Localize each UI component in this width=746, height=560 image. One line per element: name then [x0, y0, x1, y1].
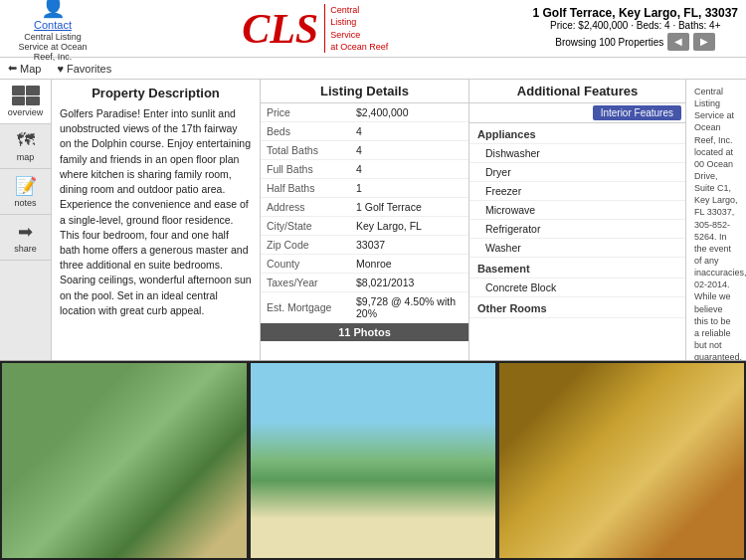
listing-label: Est. Mortgage [261, 292, 350, 323]
appliance-row: Refrigerator [469, 220, 685, 239]
listing-value: 4 [350, 122, 468, 141]
property-description-panel: Property Description Golfers Paradise! E… [52, 80, 261, 360]
sidebar-item-share[interactable]: ➡ share [0, 215, 51, 261]
listing-label: Zip Code [261, 236, 350, 255]
listing-table-row: Total Baths4 [261, 141, 468, 160]
listing-table-row: Zip Code33037 [261, 236, 468, 255]
additional-features-panel: Additional Features Interior Features Ap… [469, 80, 686, 360]
back-arrow-icon: ⬅ [8, 62, 17, 75]
prev-button[interactable]: ◀ [667, 33, 689, 51]
listing-table-row: Address1 Golf Terrace [261, 198, 468, 217]
browsing-info: Browsing 100 Properties ◀ ▶ [532, 33, 738, 51]
photo-3[interactable] [499, 363, 744, 558]
listing-label: Beds [261, 122, 350, 141]
sidebar-item-notes[interactable]: 📝 notes [0, 169, 51, 215]
listing-value: 4 [350, 160, 468, 179]
sidebar-notes-label: notes [14, 198, 36, 208]
listing-table-row: Taxes/Year$8,021/2013 [261, 274, 468, 292]
listing-value: $9,728 @ 4.50% with 20% [350, 292, 468, 323]
listing-value: Key Largo, FL [350, 217, 468, 236]
notes-icon: 📝 [15, 175, 37, 197]
cls-logo-area: CLS Central Listing Service at Ocean Ree… [97, 4, 532, 53]
features-table: AppliancesDishwasherDryerFreezerMicrowav… [469, 123, 685, 318]
sidebar-item-overview[interactable]: overview [0, 80, 51, 124]
appliance-item: Dryer [469, 163, 685, 182]
appliance-row: Dishwasher [469, 144, 685, 163]
cls-line3: Service [330, 29, 388, 41]
prop-desc-text: Golfers Paradise! Enter into sunlit and … [60, 106, 252, 318]
listing-value: $8,021/2013 [350, 274, 468, 292]
listing-label: Taxes/Year [261, 274, 350, 292]
basement-header-row: Basement [469, 258, 685, 279]
property-price-info: Price: $2,400,000 · Beds: 4 · Baths: 4+ [532, 20, 738, 31]
favorites-label: Favorites [67, 63, 111, 75]
listing-label: County [261, 255, 350, 274]
basement-row: Concrete Block [469, 279, 685, 297]
listing-value: 33037 [350, 236, 468, 255]
person-icon: 👤 [41, 0, 66, 19]
listing-value: 1 Golf Terrace [350, 198, 468, 217]
basement-item: Concrete Block [469, 279, 685, 297]
browsing-text: Browsing 100 Properties [555, 37, 663, 48]
appliance-row: Freezer [469, 182, 685, 201]
appliance-item: Freezer [469, 182, 685, 201]
appliance-row: Dryer [469, 163, 685, 182]
photos-section [0, 361, 746, 560]
map-icon: 🗺 [17, 130, 35, 151]
header-property-info: 1 Golf Terrace, Key Largo, FL, 33037 Pri… [532, 6, 738, 51]
appliance-item: Dishwasher [469, 144, 685, 163]
next-button[interactable]: ▶ [693, 33, 715, 51]
map-button[interactable]: ⬅ Map [8, 62, 41, 75]
listing-table-row: City/StateKey Largo, FL [261, 217, 468, 236]
appliances-header-row: Appliances [469, 123, 685, 144]
cls-logo-text: CLS [242, 5, 318, 53]
listing-value: 1 [350, 179, 468, 198]
sidebar-overview-label: overview [8, 107, 44, 117]
interior-features-tab[interactable]: Interior Features [593, 105, 681, 120]
contact-label[interactable]: Contact [34, 19, 72, 31]
cls-line1: Central [330, 4, 388, 16]
property-address: 1 Golf Terrace, Key Largo, FL, 33037 [532, 6, 738, 20]
listing-value: 4 [350, 141, 468, 160]
share-icon: ➡ [18, 221, 33, 243]
listing-label: City/State [261, 217, 350, 236]
cls-line2: Listing [330, 16, 388, 28]
disclaimer-text: Central Listing Service at Ocean Reef, I… [694, 86, 738, 360]
appliance-item: Refrigerator [469, 220, 685, 239]
listing-table-row: Est. Mortgage$9,728 @ 4.50% with 20% [261, 292, 468, 323]
sidebar: overview 🗺 map 📝 notes ➡ share [0, 80, 52, 360]
main-content: overview 🗺 map 📝 notes ➡ share Property … [0, 80, 746, 361]
sidebar-item-map[interactable]: 🗺 map [0, 124, 51, 169]
appliances-header: Appliances [469, 123, 685, 144]
other-rooms-header-row: Other Rooms [469, 297, 685, 318]
listing-label: Full Baths [261, 160, 350, 179]
company-name: Central Listing Service at Ocean Reef, I… [8, 32, 97, 62]
sidebar-share-label: share [14, 244, 37, 254]
prop-desc-title: Property Description [60, 86, 252, 100]
appliance-row: Washer [469, 239, 685, 258]
photo-2[interactable] [251, 363, 495, 558]
appliance-item: Washer [469, 239, 685, 258]
listing-table-row: Price$2,400,000 [261, 103, 468, 122]
listing-details-table: Price$2,400,000Beds4Total Baths4Full Bat… [261, 103, 468, 323]
header: 👤 Contact Central Listing Service at Oce… [0, 0, 746, 58]
grid-icon [12, 86, 40, 105]
header-contact: 👤 Contact Central Listing Service at Oce… [8, 0, 97, 62]
cls-tagline: Central Listing Service at Ocean Reef [324, 4, 388, 53]
photo-1[interactable] [2, 363, 247, 558]
other-rooms-header: Other Rooms [469, 297, 685, 318]
disclaimer-panel: Central Listing Service at Ocean Reef, I… [686, 80, 746, 360]
map-label: Map [20, 63, 41, 75]
sidebar-map-label: map [17, 152, 35, 162]
basement-header: Basement [469, 258, 685, 279]
listing-details-panel: Listing Details Price$2,400,000Beds4Tota… [261, 80, 469, 360]
listing-table-row: Beds4 [261, 122, 468, 141]
listing-label: Price [261, 103, 350, 122]
listing-label: Half Baths [261, 179, 350, 198]
photos-bar[interactable]: 11 Photos [261, 323, 468, 341]
listing-table-row: Half Baths1 [261, 179, 468, 198]
listing-label: Address [261, 198, 350, 217]
favorites-button[interactable]: ♥ Favorites [57, 63, 111, 75]
listing-table-row: CountyMonroe [261, 255, 468, 274]
listing-value: Monroe [350, 255, 468, 274]
